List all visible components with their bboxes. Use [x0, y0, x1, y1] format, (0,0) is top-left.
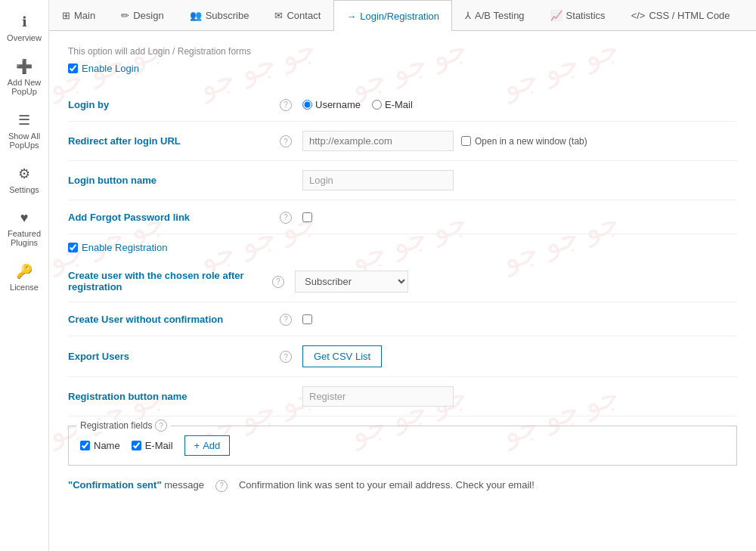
registration-button-input[interactable]	[302, 386, 454, 407]
login-tab-icon: →	[346, 11, 356, 22]
confirmation-sent-text: Confirmation link was sent to your email…	[239, 479, 534, 491]
tab-main[interactable]: ⊞ Main	[49, 0, 108, 30]
enable-login-label[interactable]: Enable Login	[82, 63, 139, 74]
add-plus-icon: +	[194, 440, 200, 451]
subscribe-tab-icon: 👥	[190, 10, 202, 21]
field-email-text: E-Mail	[145, 440, 173, 451]
radio-username[interactable]: Username	[302, 99, 361, 110]
enable-registration-checkbox[interactable]	[68, 243, 78, 252]
sidebar-label-add-new: Add New PopUp	[4, 78, 45, 96]
field-name-checkbox[interactable]	[80, 441, 90, 450]
tab-stats-label: Statistics	[566, 10, 606, 21]
content-area: ﺟﻮ ﺟﻮ ﺟﻮﺟﻮ ﺟﻮ ﺟﻮﺟﻮ ﺟﻮ ﺟﻮ ﺟﻮ ﺟﻮ ﺟﻮﺟﻮ ﺟﻮ ﺟ…	[49, 31, 756, 551]
field-email-checkbox[interactable]	[132, 441, 141, 450]
sidebar-label-featured: Featured Plugins	[4, 229, 45, 247]
help-circle-forgot[interactable]: ?	[280, 212, 292, 224]
tab-css-html[interactable]: </> CSS / HTML Code	[618, 0, 743, 30]
create-user-role-help[interactable]: ?	[272, 274, 295, 288]
tab-design-label: Design	[133, 10, 163, 21]
tab-statistics[interactable]: 📈 Statistics	[538, 0, 618, 30]
radio-email-input[interactable]	[372, 100, 382, 110]
login-button-label: Login button name	[68, 175, 280, 186]
registration-button-label: Registration button name	[68, 391, 280, 402]
help-circle-role[interactable]: ?	[272, 276, 284, 288]
list-icon: ☰	[18, 112, 30, 128]
sidebar-label-license: License	[10, 283, 39, 292]
tab-login-registration[interactable]: → Login/Registration	[333, 0, 452, 31]
sidebar-item-show-all-popups[interactable]: ☰ Show All PopUps	[0, 106, 48, 156]
redirect-url-input[interactable]	[302, 131, 454, 151]
help-circle-confirmation[interactable]: ?	[215, 480, 228, 492]
registration-fields-legend: Registration fields ?	[76, 419, 171, 432]
radio-email[interactable]: E-Mail	[372, 99, 413, 110]
tab-ab-testing[interactable]: ⅄ A/B Testing	[452, 0, 538, 30]
sidebar-item-overview[interactable]: ℹ Overview	[0, 8, 48, 48]
tab-subscribe[interactable]: 👥 Subscribe	[177, 0, 262, 30]
login-button-input[interactable]	[302, 170, 454, 190]
help-circle-reg-fields[interactable]: ?	[155, 419, 167, 432]
sidebar-item-license[interactable]: 🔑 License	[0, 257, 48, 298]
open-new-window-label[interactable]: Open in a new window (tab)	[461, 136, 587, 147]
login-button-controls	[302, 170, 737, 190]
get-csv-button[interactable]: Get CSV List	[302, 345, 382, 367]
enable-login-checkbox[interactable]	[68, 63, 78, 73]
design-tab-icon: ✏	[121, 10, 129, 21]
tab-login-label: Login/Registration	[360, 11, 439, 22]
sidebar-item-add-new-popup[interactable]: ➕ Add New PopUp	[0, 52, 48, 102]
radio-username-label: Username	[315, 99, 361, 110]
forgot-password-row: Add Forgot Password link ?	[68, 200, 737, 234]
export-users-help[interactable]: ?	[280, 350, 302, 364]
redirect-help[interactable]: ?	[280, 135, 302, 148]
tab-contact[interactable]: ✉ Contact	[262, 0, 333, 30]
forgot-password-help[interactable]: ?	[280, 210, 302, 224]
sidebar-label-show-all: Show All PopUps	[4, 132, 45, 150]
tab-subscribe-label: Subscribe	[206, 10, 249, 21]
create-without-confirm-help[interactable]: ?	[280, 312, 302, 326]
login-button-row: Login button name	[68, 161, 737, 200]
field-email-label[interactable]: E-Mail	[132, 440, 173, 451]
radio-username-input[interactable]	[302, 100, 312, 110]
registration-button-controls	[302, 386, 737, 407]
create-without-confirm-checkbox[interactable]	[302, 314, 312, 324]
sidebar-item-settings[interactable]: ⚙ Settings	[0, 159, 48, 200]
sidebar-label-settings: Settings	[9, 185, 39, 194]
tab-main-label: Main	[74, 10, 95, 21]
help-circle-login-by[interactable]: ?	[280, 99, 292, 111]
confirmation-sent-row: "Confirmation sent" message ? Confirmati…	[68, 469, 737, 501]
tab-design[interactable]: ✏ Design	[108, 0, 176, 30]
stats-tab-icon: 📈	[550, 10, 562, 21]
redirect-row: Redirect after login URL ? Open in a new…	[68, 122, 737, 161]
create-user-role-label: Create user with the chosen role after r…	[68, 270, 272, 293]
info-icon: ℹ	[22, 14, 27, 30]
css-tab-icon: </>	[631, 10, 646, 21]
sidebar: ℹ Overview ➕ Add New PopUp ☰ Show All Po…	[0, 0, 49, 551]
tabs-bar: ⊞ Main ✏ Design 👥 Subscribe ✉ Contact → …	[49, 0, 756, 31]
open-new-window-checkbox[interactable]	[461, 136, 471, 146]
field-name-label[interactable]: Name	[80, 440, 120, 451]
forgot-password-label: Add Forgot Password link	[68, 212, 280, 223]
export-users-controls: Get CSV List	[302, 345, 737, 367]
login-by-row: Login by ? Username E-Mail	[68, 88, 737, 122]
confirmation-help[interactable]: ?	[215, 478, 228, 492]
help-circle-redirect[interactable]: ?	[280, 135, 292, 147]
help-circle-export[interactable]: ?	[280, 351, 292, 363]
option-hint: This option will add Login / Registratio…	[68, 46, 737, 57]
login-by-label: Login by	[68, 99, 280, 110]
contact-tab-icon: ✉	[274, 10, 283, 21]
redirect-label: Redirect after login URL	[68, 135, 280, 147]
login-by-controls: Username E-Mail	[302, 99, 737, 110]
enable-registration-label[interactable]: Enable Registration	[82, 242, 167, 253]
create-without-confirm-controls	[302, 314, 737, 324]
forgot-password-controls	[302, 212, 737, 222]
sidebar-item-featured-plugins[interactable]: ♥ Featured Plugins	[0, 204, 48, 253]
gear-icon: ⚙	[18, 166, 30, 182]
login-by-help[interactable]: ?	[280, 98, 302, 111]
new-window-text: Open in a new window (tab)	[475, 136, 587, 147]
forgot-password-checkbox[interactable]	[302, 212, 312, 222]
registration-fields-legend-text: Registration fields	[80, 420, 152, 431]
help-circle-no-confirm[interactable]: ?	[280, 314, 292, 326]
role-select[interactable]: Subscriber	[295, 271, 408, 293]
field-name-text: Name	[94, 440, 120, 451]
add-field-button[interactable]: + Add	[184, 435, 231, 456]
sidebar-label-overview: Overview	[7, 33, 42, 42]
